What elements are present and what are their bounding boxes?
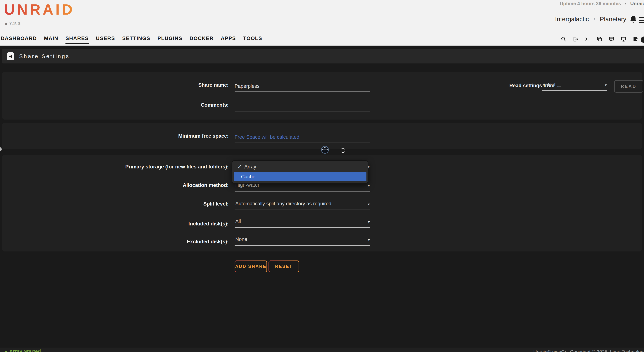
server-description: Planetary [600, 16, 626, 22]
page-root: UNRAID ●7.2.3 Uptime 4 hours 36 minutes … [0, 0, 644, 352]
share-name-label: Share name: [100, 82, 229, 88]
main-nav: DASHBOARD MAIN SHARES USERS SETTINGS PLU… [1, 36, 262, 44]
primary-storage-label: Primary storage (for new files and folde… [100, 164, 229, 170]
check-icon: ✓ [238, 164, 242, 170]
chevron-down-icon: ▾ [368, 184, 370, 188]
excluded-disks-select[interactable]: None ▾ [234, 236, 370, 246]
nav-dashboard[interactable]: DASHBOARD [1, 36, 37, 44]
comments-input[interactable] [234, 101, 370, 112]
array-status: ●Array Started [4, 349, 41, 352]
status-dot-icon: ● [4, 349, 8, 352]
separator-dot: • [625, 2, 626, 6]
add-share-button[interactable]: ADD SHARE [234, 260, 267, 272]
back-icon[interactable]: ◀ [7, 52, 14, 60]
chevron-down-icon: ▾ [605, 83, 607, 87]
sign-out-icon[interactable] [573, 36, 578, 42]
theme-partial-icon[interactable] [641, 36, 644, 43]
uptime-text: Uptime 4 hours 36 minutes [560, 1, 621, 6]
included-disks-label: Included disk(s): [100, 221, 229, 227]
nav-apps[interactable]: APPS [221, 36, 236, 44]
page-title: Share Settings [19, 49, 70, 64]
allocation-method-label: Allocation method: [100, 182, 229, 188]
panel-share-identity [2, 72, 642, 120]
server-row: Intergalactic • Planetary [555, 16, 626, 23]
nav-tools[interactable]: TOOLS [243, 36, 262, 44]
version-label: 7.2.3 [9, 21, 20, 26]
excluded-disks-label: Excluded disk(s): [100, 239, 229, 245]
unraid-logo: UNRAID [4, 1, 75, 18]
chevron-down-icon: ▾ [368, 220, 370, 224]
notifications-bell-icon[interactable] [629, 15, 638, 24]
split-level-select[interactable]: Automatically split any directory as req… [234, 200, 370, 210]
edge-blip [0, 148, 2, 151]
excluded-disks-value: None [235, 236, 247, 242]
comments-label: Comments: [100, 102, 229, 108]
split-level-label: Split level: [100, 201, 229, 207]
reset-button[interactable]: RESET [268, 260, 299, 272]
minimum-free-space-input[interactable] [234, 132, 370, 142]
separator-dot: • [594, 16, 595, 22]
option-array[interactable]: ✓Array [232, 162, 368, 172]
chevron-down-icon: ▾ [368, 202, 370, 206]
version-row: ●7.2.3 [5, 21, 20, 26]
chevron-down-icon: ▾ [368, 238, 370, 242]
share-name-input[interactable] [234, 81, 370, 92]
split-level-value: Automatically split any directory as req… [235, 201, 332, 206]
toolbar-icons [561, 36, 638, 42]
system-log-icon[interactable] [632, 36, 638, 42]
nav-plugins[interactable]: PLUGINS [158, 36, 182, 44]
read-settings-select-value: select... [543, 82, 560, 88]
move-cursor-icon [321, 146, 329, 154]
primary-storage-dropdown: ✓Array Cache [232, 160, 368, 184]
server-name: Intergalactic [555, 16, 589, 22]
option-cache[interactable]: Cache [234, 172, 366, 181]
terminal-icon[interactable] [584, 36, 590, 42]
feedback-icon[interactable] [608, 36, 614, 42]
footer: ●Array Started Unraid® webGui Copyright … [0, 348, 644, 352]
nav-docker[interactable]: DOCKER [190, 36, 214, 44]
read-settings-select[interactable]: select... ▾ [542, 81, 607, 91]
included-disks-select[interactable]: All ▾ [234, 218, 370, 228]
read-button[interactable]: READ [614, 80, 643, 92]
minimum-free-space-label: Minimum free space: [100, 133, 229, 139]
click-ring-icon [341, 148, 345, 153]
remote-monitor-icon[interactable] [620, 36, 626, 42]
version-dot-icon: ● [5, 21, 8, 26]
nav-main[interactable]: MAIN [44, 36, 58, 44]
nav-shares[interactable]: SHARES [66, 36, 89, 44]
footer-copyright: Unraid® webGui Copyright © 2025, Lime Te… [533, 349, 644, 352]
nav-settings[interactable]: SETTINGS [122, 36, 150, 44]
clone-window-icon[interactable] [596, 36, 602, 42]
header: UNRAID ●7.2.3 Uptime 4 hours 36 minutes … [0, 0, 644, 46]
os-name: Unraid OS [630, 1, 644, 6]
search-icon[interactable] [561, 36, 566, 42]
menu-hamburger-icon[interactable] [639, 17, 644, 24]
uptime-row: Uptime 4 hours 36 minutes • Unraid OS St… [560, 1, 644, 6]
page-title-bar: ◀ Share Settings [2, 49, 644, 64]
included-disks-value: All [235, 218, 241, 224]
nav-users[interactable]: USERS [96, 36, 115, 44]
